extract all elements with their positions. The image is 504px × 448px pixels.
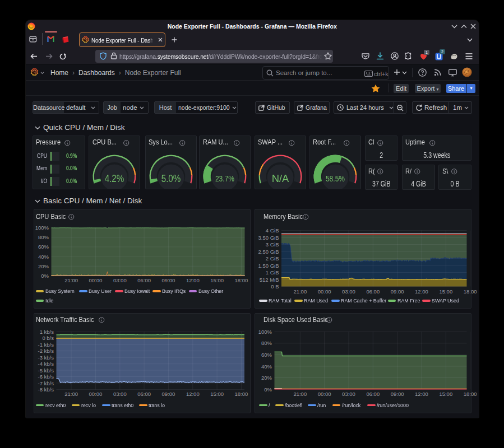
- svg-text:80%: 80%: [38, 234, 49, 240]
- svg-text:-8 kb/s: -8 kb/s: [38, 386, 54, 393]
- svg-text:0%: 0%: [41, 273, 49, 279]
- svg-text:09:00: 09:00: [390, 288, 404, 294]
- svg-text:00:00: 00:00: [89, 277, 102, 283]
- svg-text:-5 kb/s: -5 kb/s: [38, 367, 54, 374]
- svg-text:60%: 60%: [38, 244, 49, 250]
- svg-text:00:00: 00:00: [89, 391, 102, 397]
- svg-text:03:00: 03:00: [342, 288, 355, 294]
- svg-text:06:00: 06:00: [137, 391, 151, 397]
- svg-text:1 kb/s: 1 kb/s: [39, 329, 54, 335]
- svg-text:20%: 20%: [38, 263, 49, 269]
- svg-text:-4 kb/s: -4 kb/s: [38, 361, 54, 367]
- svg-text:80%: 80%: [261, 340, 272, 346]
- svg-text:3 GiB: 3 GiB: [265, 241, 279, 248]
- svg-text:3.50 GiB: 3.50 GiB: [258, 234, 279, 240]
- svg-text:09:00: 09:00: [161, 391, 175, 397]
- svg-text:03:00: 03:00: [113, 277, 126, 283]
- svg-text:-7 kb/s: -7 kb/s: [38, 380, 54, 386]
- svg-text:00:00: 00:00: [317, 288, 331, 294]
- svg-text:06:00: 06:00: [366, 288, 380, 294]
- svg-text:15:00: 15:00: [439, 391, 452, 397]
- svg-text:15:00: 15:00: [439, 288, 452, 294]
- svg-text:18:00: 18:00: [463, 288, 477, 294]
- svg-text:21:00: 21:00: [293, 288, 307, 294]
- svg-text:4 GiB: 4 GiB: [265, 227, 279, 234]
- svg-text:09:00: 09:00: [390, 391, 404, 397]
- svg-text:40%: 40%: [38, 253, 49, 259]
- svg-text:0 b/s: 0 b/s: [42, 335, 54, 341]
- svg-text:18:00: 18:00: [234, 391, 248, 397]
- svg-text:03:00: 03:00: [113, 391, 126, 397]
- svg-text:21:00: 21:00: [293, 391, 307, 397]
- svg-text:1.50 GiB: 1.50 GiB: [258, 262, 279, 268]
- svg-text:15:00: 15:00: [210, 391, 224, 397]
- svg-text:18:00: 18:00: [234, 277, 248, 283]
- svg-text:20%: 20%: [261, 375, 272, 381]
- svg-text:06:00: 06:00: [137, 277, 151, 283]
- svg-text:0 B: 0 B: [271, 283, 279, 290]
- svg-text:12:00: 12:00: [186, 277, 199, 283]
- svg-text:512 MiB: 512 MiB: [259, 276, 279, 282]
- svg-text:-3 kb/s: -3 kb/s: [38, 354, 54, 361]
- svg-text:12:00: 12:00: [415, 391, 428, 397]
- svg-text:0%: 0%: [264, 386, 272, 393]
- svg-text:-1 kb/s: -1 kb/s: [38, 342, 54, 348]
- svg-text:03:00: 03:00: [342, 391, 355, 397]
- svg-text:60%: 60%: [261, 352, 272, 358]
- svg-text:2.50 GiB: 2.50 GiB: [258, 248, 279, 254]
- svg-text:09:00: 09:00: [161, 277, 175, 283]
- svg-text:18:00: 18:00: [463, 391, 477, 397]
- svg-text:21:00: 21:00: [64, 391, 78, 397]
- svg-text:2 GiB: 2 GiB: [265, 255, 279, 262]
- svg-text:100%: 100%: [35, 225, 49, 231]
- svg-text:100%: 100%: [258, 329, 272, 335]
- svg-text:40%: 40%: [261, 363, 272, 370]
- svg-text:-2 kb/s: -2 kb/s: [38, 348, 54, 354]
- svg-text:15:00: 15:00: [210, 277, 224, 283]
- svg-text:06:00: 06:00: [366, 391, 380, 397]
- svg-text:1 GiB: 1 GiB: [265, 269, 279, 276]
- svg-text:00:00: 00:00: [317, 391, 331, 397]
- svg-text:12:00: 12:00: [415, 288, 428, 294]
- svg-text:-6 kb/s: -6 kb/s: [38, 374, 54, 380]
- svg-text:12:00: 12:00: [186, 391, 199, 397]
- svg-text:21:00: 21:00: [64, 277, 78, 283]
